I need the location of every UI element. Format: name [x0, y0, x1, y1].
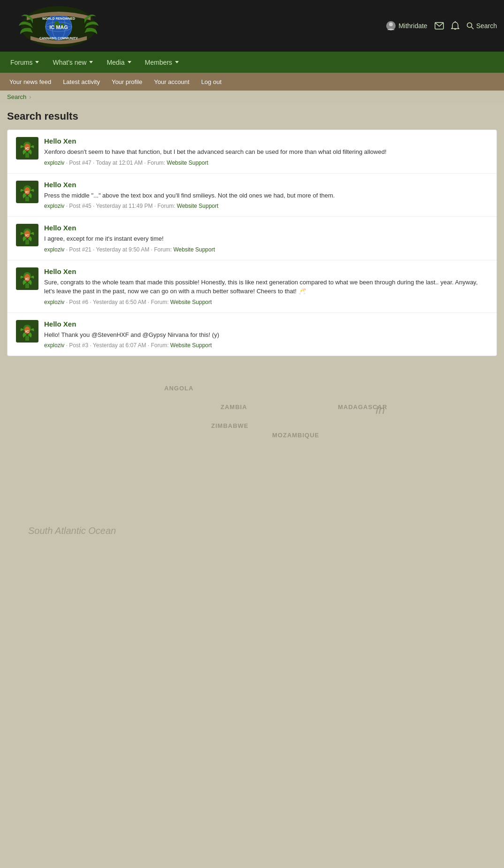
result-item: IC Hello XenHello! Thank you @StevenHXF … [8, 313, 496, 356]
result-author-link[interactable]: exploziv [44, 203, 64, 209]
breadcrumb-separator: › [29, 94, 31, 100]
result-meta: exploziv · Post #3 · Yesterday at 6:07 A… [44, 342, 488, 349]
sub-nav-your-profile[interactable]: Your profile [107, 76, 147, 88]
result-author-link[interactable]: exploziv [44, 160, 64, 166]
result-body: Hello XenI agree, except for me it's ins… [44, 224, 488, 253]
result-forum-link[interactable]: Website Support [177, 203, 219, 209]
notifications-button[interactable] [451, 21, 459, 30]
mail-button[interactable] [435, 22, 444, 30]
result-body: Hello XenPress the middle "..." above th… [44, 181, 488, 210]
sub-nav-your-account[interactable]: Your account [149, 76, 194, 88]
result-thread-title[interactable]: Hello Xen [44, 181, 488, 189]
header-nav-right: Mithridate Search [386, 21, 497, 31]
svg-rect-24 [25, 197, 29, 201]
svg-rect-29 [25, 240, 29, 244]
nav-items: Forums What's new Media Members [5, 55, 184, 70]
username-label: Mithridate [398, 22, 427, 30]
result-content: Hello! Thank you @StevenHXF and @Gypsy N… [44, 330, 488, 340]
result-meta: exploziv · Post #47 · Today at 12:01 AM … [44, 160, 488, 166]
mail-icon [435, 22, 444, 30]
search-results: IC Hello XenXenforo doesn't seem to have… [7, 129, 497, 356]
avatar: IC [16, 137, 38, 160]
avatar: IC [16, 320, 38, 343]
result-thread-title[interactable]: Hello Xen [44, 224, 488, 232]
result-item: IC Hello XenI agree, except for me it's … [8, 217, 496, 260]
svg-text:IC MAG: IC MAG [49, 24, 68, 30]
sub-nav-latest-activity[interactable]: Latest activity [58, 76, 105, 88]
svg-point-13 [467, 23, 472, 28]
forums-dropdown-icon [35, 61, 39, 63]
svg-point-11 [389, 23, 393, 26]
sub-nav-logout[interactable]: Log out [197, 76, 226, 88]
nav-forums[interactable]: Forums [5, 55, 45, 70]
result-meta: exploziv · Post #6 · Yesterday at 6:50 A… [44, 299, 488, 305]
main-content: Search results IC Hello XenXenforo doesn… [0, 103, 504, 363]
result-forum-link[interactable]: Website Support [170, 342, 212, 349]
result-forum-link[interactable]: Website Support [167, 160, 208, 166]
svg-text:CANNABIS COMMUNITY: CANNABIS COMMUNITY [39, 37, 78, 40]
result-author-link[interactable]: exploziv [44, 299, 64, 305]
svg-text:WORLD RENOWNED: WORLD RENOWNED [42, 17, 75, 20]
result-content: Sure, congrats to the whole team that ma… [44, 278, 488, 296]
result-thread-title[interactable]: Hello Xen [44, 267, 488, 275]
nav-members[interactable]: Members [139, 55, 184, 70]
svg-line-14 [471, 27, 473, 30]
result-meta: exploziv · Post #21 · Yesterday at 9:50 … [44, 246, 488, 253]
avatar: IC [16, 224, 38, 246]
breadcrumb-search-link[interactable]: Search [7, 93, 26, 100]
result-thread-title[interactable]: Hello Xen [44, 137, 488, 145]
result-content: Xenforo doesn't seem to have that functi… [44, 147, 488, 157]
nav-members-label: Members [145, 59, 172, 66]
media-dropdown-icon [128, 61, 131, 63]
result-body: Hello XenHello! Thank you @StevenHXF and… [44, 320, 488, 349]
nav-whats-new-label: What's new [53, 59, 86, 66]
logo-area[interactable]: WORLD RENOWNED CANNABIS COMMUNITY IC MAG [7, 2, 110, 49]
result-author-link[interactable]: exploziv [44, 342, 64, 349]
breadcrumb: Search › [0, 91, 504, 103]
site-header: WORLD RENOWNED CANNABIS COMMUNITY IC MAG… [0, 0, 504, 52]
members-dropdown-icon [175, 61, 179, 63]
user-menu[interactable]: Mithridate [386, 21, 427, 31]
site-logo[interactable]: WORLD RENOWNED CANNABIS COMMUNITY IC MAG [7, 2, 110, 49]
whats-new-dropdown-icon [89, 61, 93, 63]
result-body: Hello XenXenforo doesn't seem to have th… [44, 137, 488, 166]
svg-rect-39 [25, 336, 29, 341]
nav-media[interactable]: Media [101, 55, 137, 70]
nav-media-label: Media [107, 59, 124, 66]
svg-rect-34 [25, 283, 29, 288]
result-item: IC Hello XenXenforo doesn't seem to have… [8, 130, 496, 174]
result-thread-title[interactable]: Hello Xen [44, 320, 488, 328]
bell-icon [451, 21, 459, 30]
nav-whats-new[interactable]: What's new [47, 55, 99, 70]
main-nav: Forums What's new Media Members [0, 52, 504, 73]
result-forum-link[interactable]: Website Support [173, 246, 215, 253]
svg-text:IC: IC [25, 146, 29, 151]
avatar: IC [16, 181, 38, 203]
result-item: IC Hello XenPress the middle "..." above… [8, 174, 496, 217]
svg-rect-19 [25, 153, 29, 158]
sub-nav: Your news feed Latest activity Your prof… [0, 73, 504, 91]
result-item: IC Hello XenSure, congrats to the whole … [8, 260, 496, 313]
svg-text:IC: IC [25, 233, 29, 237]
search-icon [466, 22, 474, 30]
avatar: IC [16, 267, 38, 290]
result-forum-link[interactable]: Website Support [170, 299, 212, 305]
result-content: I agree, except for me it's instant ever… [44, 234, 488, 244]
result-author-link[interactable]: exploziv [44, 246, 64, 253]
sub-nav-news-feed[interactable]: Your news feed [5, 76, 56, 88]
page-title: Search results [7, 110, 497, 122]
result-body: Hello XenSure, congrats to the whole tea… [44, 267, 488, 305]
svg-text:IC: IC [25, 277, 29, 281]
svg-text:IC: IC [25, 329, 29, 334]
user-avatar-icon [386, 21, 396, 31]
search-label: Search [476, 22, 497, 30]
svg-text:IC: IC [25, 190, 29, 194]
nav-forums-label: Forums [10, 59, 32, 66]
result-meta: exploziv · Post #45 · Yesterday at 11:49… [44, 203, 488, 209]
result-content: Press the middle "..." above the text bo… [44, 191, 488, 200]
search-button[interactable]: Search [466, 22, 497, 30]
